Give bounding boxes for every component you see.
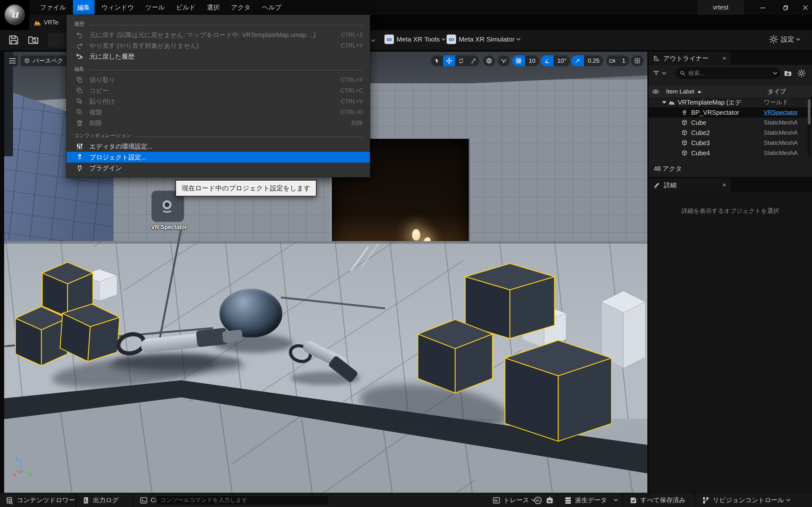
close-button[interactable]	[798, 2, 812, 13]
rotation-snap-control[interactable]: 10°	[541, 55, 570, 66]
menu-item-editor-preferences[interactable]: エディタの環境設定...	[67, 141, 370, 152]
row-type-link[interactable]: VRSpectator	[764, 109, 809, 116]
status-bar: コンテンツドロワー 出力ログ Cmd トレース 派生データ	[0, 493, 812, 507]
outliner-row-cube4[interactable]: Cube4 StaticMeshA	[649, 148, 812, 158]
menu-tools[interactable]: ツール	[141, 0, 169, 15]
derived-data-dropdown[interactable]: 派生データ	[564, 493, 617, 507]
trace-dropdown[interactable]: トレース	[492, 493, 535, 507]
menu-item-project-settings[interactable]: プロジェクト設定...	[67, 152, 370, 163]
search-input[interactable]	[688, 70, 771, 77]
viewport-menu-button[interactable]	[7, 55, 18, 66]
chevron-down-icon	[662, 70, 666, 74]
console-command-input[interactable]	[156, 495, 329, 505]
menu-help[interactable]: ヘルプ	[258, 0, 286, 15]
spectator-camera-icon	[158, 197, 177, 216]
outliner-row-bp-vrspectator[interactable]: BP_VRSpectator VRSpectator	[649, 107, 812, 118]
menu-file[interactable]: ファイル	[36, 0, 70, 15]
details-tab[interactable]: 詳細 ×	[649, 178, 730, 192]
angle-snap-icon	[541, 55, 554, 66]
row-type: ワールド	[764, 98, 809, 107]
settings-button[interactable]: 設定	[769, 35, 800, 44]
menu-select[interactable]: 選択	[203, 0, 224, 15]
move-tool-button[interactable]	[443, 55, 455, 66]
axis-z-label: Z	[15, 457, 19, 463]
menu-item-duplicate[interactable]: 複製 CTRL+D	[67, 107, 370, 118]
scale-tool-button[interactable]	[467, 55, 479, 66]
perspective-dropdown[interactable]: パースペク	[20, 55, 69, 66]
rotation-snap-value: 10°	[554, 57, 570, 64]
insights-buttons[interactable]	[534, 493, 554, 507]
menu-item-undo[interactable]: 元に戻す (以降は元に戻せません: マップをロード中: VRTemplateMa…	[67, 30, 370, 40]
menu-item-undo-history[interactable]: 元に戻した履歴	[67, 51, 370, 62]
menu-item-cut[interactable]: 切り取り CTRL+X	[67, 74, 370, 85]
outliner-search-box[interactable]	[676, 67, 780, 79]
maximize-viewport-button[interactable]	[631, 55, 644, 66]
outliner-filter-button[interactable]	[653, 69, 665, 77]
cube-icon	[681, 150, 688, 157]
save-status-button[interactable]: すべて保存済み	[629, 493, 686, 507]
close-tab-icon[interactable]: ×	[722, 181, 726, 188]
platforms-chevron-icon[interactable]	[372, 38, 374, 43]
menu-build[interactable]: ビルド	[171, 0, 200, 15]
menu-edit[interactable]: 編集	[73, 0, 95, 15]
meta-xr-simulator-button[interactable]: ∞ Meta XR Simulator	[447, 35, 520, 44]
selected-cube[interactable]	[411, 315, 500, 395]
selected-cube[interactable]	[495, 334, 622, 445]
menu-item-delete[interactable]: 削除 削除	[67, 118, 370, 128]
visibility-column[interactable]	[649, 88, 663, 95]
menu-item-redo[interactable]: やり直す (やり直す対象がありません) CTRL+Y	[67, 40, 370, 51]
selection-mode-button[interactable]	[48, 33, 66, 48]
select-tool-button[interactable]	[431, 55, 443, 66]
minimize-icon	[760, 4, 766, 11]
outliner-row-cube3[interactable]: Cube3 StaticMeshA	[649, 138, 812, 148]
outliner-tab-label: アウトライナー	[663, 54, 709, 63]
grid-snap-control[interactable]: 10	[512, 55, 539, 66]
menu-window[interactable]: ウィンドウ	[97, 0, 138, 15]
outliner-row-cube[interactable]: Cube StaticMeshA	[649, 118, 812, 128]
profiler-icon	[534, 496, 542, 505]
outliner-row-cube2[interactable]: Cube2 StaticMeshA	[649, 128, 812, 138]
filter-icon	[653, 69, 660, 77]
eye-icon	[652, 88, 659, 95]
column-item-label[interactable]: Item Label	[663, 88, 764, 95]
browse-content-button[interactable]	[27, 34, 39, 47]
close-tab-icon[interactable]: ×	[722, 55, 726, 62]
content-drawer-button[interactable]: コンテンツドロワー	[6, 493, 75, 507]
pencil-icon	[653, 181, 661, 189]
rotate-tool-button[interactable]	[455, 55, 467, 66]
row-label: Cube3	[691, 139, 710, 147]
outliner-row-world[interactable]: VRTemplateMap (エディタ ワールド	[649, 97, 812, 107]
create-folder-button[interactable]	[783, 69, 792, 79]
menu-item-plugins[interactable]: プラグイン	[67, 163, 370, 173]
meta-xr-simulator-label: Meta XR Simulator	[459, 36, 514, 43]
spectator-camera-icon	[681, 109, 688, 116]
scrollbar-thumb[interactable]	[808, 99, 810, 124]
outliner-settings-button[interactable]	[797, 69, 806, 79]
scale-snap-control[interactable]: 0.25	[571, 55, 603, 66]
expand-arrow-icon[interactable]	[662, 101, 666, 104]
meta-xr-tools-button[interactable]: ∞ Meta XR Tools	[385, 35, 445, 44]
vr-controller[interactable]	[108, 320, 247, 374]
server-icon	[564, 496, 572, 504]
output-log-button[interactable]: 出力ログ	[82, 493, 119, 507]
minimize-button[interactable]	[756, 2, 770, 13]
camera-cube-icon	[24, 58, 30, 64]
world-local-toggle[interactable]	[483, 55, 495, 66]
unreal-logo-box[interactable]: u	[0, 0, 29, 30]
revision-control-dropdown[interactable]: リビジョンコントロール	[702, 493, 790, 507]
level-tab[interactable]: VRTe	[29, 15, 67, 30]
restore-button[interactable]	[778, 2, 792, 13]
branch-icon	[702, 496, 710, 504]
surface-snapping-button[interactable]	[498, 55, 510, 66]
save-level-button[interactable]	[8, 34, 20, 47]
outliner-tab[interactable]: アウトライナー ×	[649, 52, 730, 65]
menu-item-copy[interactable]: コピー CTRL+C	[67, 85, 370, 96]
column-type[interactable]: タイプ	[764, 88, 812, 96]
menu-actor[interactable]: アクタ	[227, 0, 255, 15]
camera-speed-control[interactable]: 1	[606, 55, 629, 66]
scale-snap-icon	[571, 55, 584, 66]
vr-controller[interactable]	[287, 334, 367, 389]
save-check-icon	[629, 496, 638, 504]
menu-item-paste[interactable]: 貼り付け CTRL+V	[67, 96, 370, 107]
outliner-scrollbar[interactable]	[808, 98, 811, 158]
